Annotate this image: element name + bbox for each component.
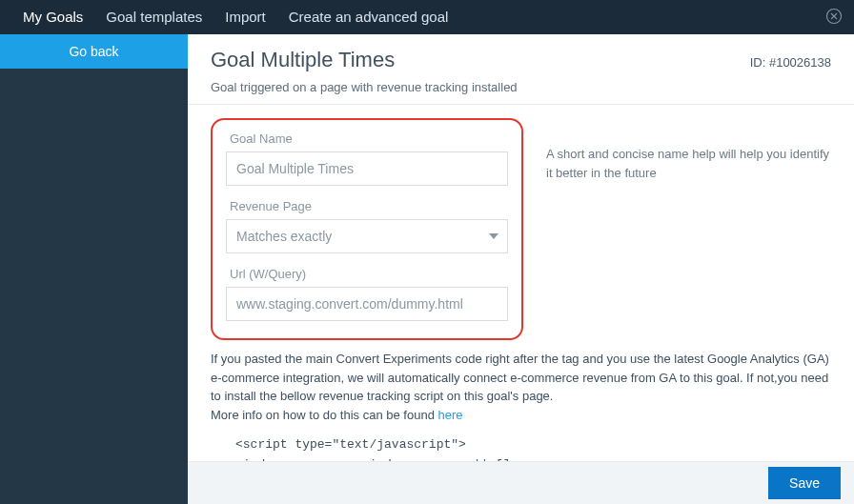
content-scroll[interactable]: Goal Name Revenue Page Matches exactly [188, 105, 854, 461]
sidebar: Go back [0, 34, 188, 504]
go-back-button[interactable]: Go back [0, 34, 188, 69]
goal-form-highlight: Goal Name Revenue Page Matches exactly [211, 118, 523, 340]
revenue-info-paragraph: If you pasted the main Convert Experimen… [211, 350, 831, 424]
footer-bar: Save [188, 461, 854, 504]
goal-name-input[interactable] [226, 151, 508, 186]
nav-my-goals[interactable]: My Goals [11, 0, 94, 34]
top-nav: My Goals Goal templates Import Create an… [0, 0, 854, 34]
svg-marker-3 [489, 233, 498, 239]
goal-name-label: Goal Name [226, 131, 508, 146]
revenue-page-value: Matches exactly [236, 229, 332, 244]
url-input[interactable] [226, 287, 508, 321]
nav-import[interactable]: Import [214, 0, 277, 34]
code-snippet: <script type="text/javascript"> window._… [235, 435, 831, 461]
nav-goal-templates[interactable]: Goal templates [94, 0, 214, 34]
goal-name-help: A short and concise name help will help … [546, 118, 831, 182]
page-title: Goal Multiple Times [211, 48, 395, 72]
url-label: Url (W/Query) [226, 267, 508, 281]
revenue-info-text: If you pasted the main Convert Experimen… [211, 352, 829, 422]
close-icon[interactable] [825, 8, 843, 25]
goal-id-label: ID: #10026138 [750, 55, 831, 70]
save-button[interactable]: Save [768, 467, 841, 499]
revenue-page-label: Revenue Page [226, 199, 508, 213]
more-info-link[interactable]: here [438, 408, 463, 422]
revenue-page-select[interactable]: Matches exactly [226, 219, 508, 253]
chevron-down-icon [489, 232, 498, 241]
nav-create-advanced[interactable]: Create an advanced goal [277, 0, 460, 34]
page-subtitle: Goal triggered on a page with revenue tr… [211, 80, 831, 94]
page-header: Goal Multiple Times ID: #10026138 Goal t… [188, 34, 854, 105]
